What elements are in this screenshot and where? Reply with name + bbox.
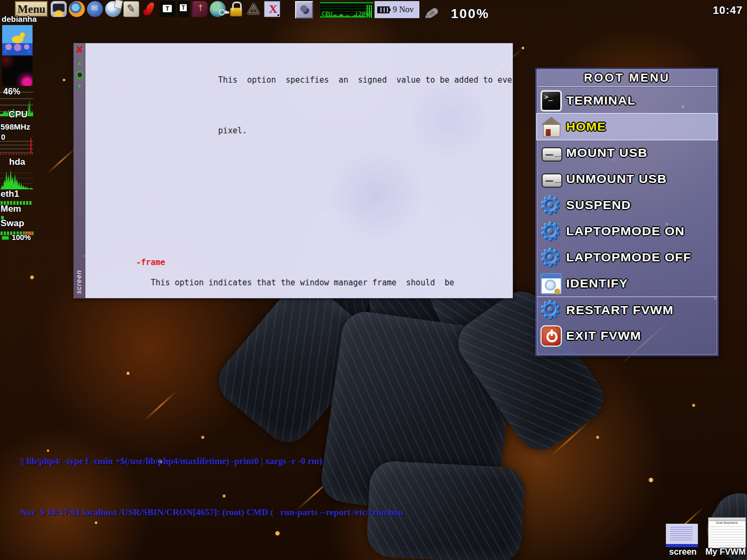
dock-shell-icon[interactable] — [51, 1, 67, 17]
thumbnail-title: Dual Elephants — [709, 521, 745, 524]
cpu-frequency: 598MHz — [1, 122, 30, 131]
thumbnail-body — [710, 526, 744, 546]
menu-item-label: TERMINAL — [566, 93, 636, 107]
dictionary-book-icon[interactable] — [192, 1, 208, 17]
terminal-text-segment: This option indicates that the window ma… — [136, 278, 454, 288]
pager-desktop-1[interactable] — [2, 25, 33, 55]
maximize-button[interactable]: ▲ — [74, 58, 85, 69]
close-button[interactable]: ✘ — [74, 45, 85, 56]
log-line: || lib/php4/ -type f -cmin +$(/usr/lib/p… — [2, 425, 445, 476]
editor-quill-icon[interactable] — [123, 1, 139, 17]
cpu-label: CPU — [9, 109, 28, 120]
battery-small-icon — [2, 236, 9, 240]
menu-item-mount-usb[interactable]: MOUNT USB — [537, 140, 717, 166]
volume-level: 100% — [451, 7, 489, 21]
swap-label: Swap — [1, 218, 24, 229]
menu-item-label: MOUNT USB — [566, 146, 648, 159]
menu-item-laptopmode-off[interactable]: LAPTOPMODE OFF — [537, 244, 717, 270]
menu-item-label: UNMOUNT USB — [566, 172, 667, 186]
terminal-row: -frame This option indicates that the wi… — [85, 207, 513, 298]
menu-item-label: LAPTOPMODE ON — [566, 224, 685, 238]
menu-item-home[interactable]: HOME — [537, 114, 717, 140]
temperature-graph — [0, 138, 33, 156]
iconify-button[interactable] — [74, 71, 85, 82]
terminal-row: This option specifies an signed value to… — [85, 45, 513, 95]
menu-item-restart-fvwm[interactable]: RESTART FVWM — [537, 297, 717, 323]
terminal-text-segment: -frame — [136, 258, 165, 268]
terminal-t-icon[interactable] — [160, 1, 176, 17]
web-globe-icon[interactable] — [105, 1, 121, 17]
desktop-pager — [2, 25, 33, 86]
menu-item-label: EXIT FVWM — [566, 329, 641, 342]
hda-activity-graph — [0, 167, 33, 189]
pager-desktop-2[interactable] — [2, 55, 33, 86]
menu-item-label: RESTART FVWM — [566, 303, 673, 317]
thunderbird-icon[interactable] — [87, 1, 103, 17]
window-title-vertical: screen — [75, 270, 83, 294]
taskbar-icon-row — [51, 1, 313, 19]
battery-icon — [377, 6, 390, 13]
power-icon — [541, 325, 562, 347]
terminal-text-segment: pixel. — [136, 126, 247, 136]
magnifier-icon — [541, 273, 562, 294]
iconified-screen-label: screen — [669, 547, 697, 557]
terminal-row — [85, 146, 513, 177]
gear-icon — [541, 195, 562, 216]
firefox-icon[interactable] — [69, 1, 85, 17]
iconified-fvwm-label: My FVWM — [705, 547, 746, 557]
padlock-key-icon[interactable] — [228, 1, 244, 17]
red-flame-app-icon[interactable] — [141, 1, 157, 17]
terminal-row: pixel. — [85, 95, 513, 146]
log-text-segment: || lib/php4/ -type f -cmin +$(/usr/lib/p… — [20, 456, 322, 466]
menu-item-unmount-usb[interactable]: UNMOUNT USB — [537, 166, 717, 192]
home-icon — [541, 116, 562, 138]
root-tail-log: || lib/php4/ -type f -cmin +$(/usr/lib/p… — [2, 425, 445, 560]
log-text-segment: Nov 9 10:17:01 localhost /USR/SBIN/CRON[… — [20, 507, 403, 517]
menu-item-identify[interactable]: IDENTIFY — [537, 270, 717, 297]
root-menu-title: ROOT MENU — [537, 69, 717, 86]
eth1-label: eth1 — [1, 189, 19, 199]
screen-terminal-window: ✘ ▲ ▼ screen This option specifies an si… — [73, 43, 513, 299]
root-menu: ROOT MENU TERMINAL HOME MOUNT USB UNMOUN… — [535, 68, 719, 356]
terminal-content[interactable]: This option specifies an signed value to… — [85, 43, 513, 298]
globe-key-icon[interactable] — [210, 1, 226, 17]
battery-date-applet[interactable]: 9 Nov — [375, 1, 419, 18]
usb-drive-icon — [541, 169, 562, 190]
battery-percent-label: 100% — [12, 233, 31, 242]
terminal-text-segment: This option specifies an signed value to… — [136, 75, 513, 85]
terminal-icon — [541, 90, 562, 111]
log-line: Nov 9 10:17:01 localhost /USR/SBIN/CRON[… — [2, 476, 445, 527]
iconified-fvwm-window[interactable]: Dual Elephants — [708, 517, 746, 548]
lower-button[interactable]: ▼ — [74, 82, 85, 92]
cpu-applet-label: CPU — [322, 11, 332, 18]
clock: 10:47 — [713, 4, 743, 17]
menu-item-suspend[interactable]: SUSPEND — [537, 192, 717, 218]
load-percent-label: 46% — [3, 87, 20, 97]
menu-item-label: SUSPEND — [566, 198, 631, 212]
mem-label: Mem — [1, 204, 21, 214]
x11-icon[interactable] — [264, 1, 280, 17]
cpu-monitor-applet[interactable]: CPU (20%) — [320, 2, 374, 18]
menu-item-label: IDENTIFY — [566, 276, 628, 290]
date-text: 9 Nov — [393, 5, 414, 14]
terminal-text-segment — [136, 237, 174, 247]
duck-wallpaper-thumbnail — [2, 25, 33, 55]
menu-item-terminal[interactable]: TERMINAL — [537, 87, 717, 114]
warning-triangle-icon[interactable] — [246, 1, 262, 17]
menu-item-laptopmode-on[interactable]: LAPTOPMODE ON — [537, 218, 717, 244]
terminal-row — [85, 177, 513, 207]
gear-icon — [541, 247, 562, 268]
hostname-label: debianha — [2, 14, 37, 23]
gear-icon — [541, 221, 562, 242]
gear-icon — [541, 299, 562, 321]
dockapp-icon[interactable] — [295, 1, 313, 19]
hda-label: hda — [9, 157, 25, 167]
window-titlebar-strip[interactable]: ✘ ▲ ▼ screen — [74, 43, 85, 298]
menu-item-exit-fvwm[interactable]: EXIT FVWM — [537, 323, 717, 349]
menu-item-label: HOME — [566, 119, 606, 133]
iconified-screen-window[interactable] — [666, 524, 698, 547]
cpu-applet-load: (20%) — [355, 11, 372, 18]
terminal-t-small-icon[interactable] — [178, 1, 189, 17]
root-menu-items: TERMINAL HOME MOUNT USB UNMOUNT USB SUSP… — [537, 87, 717, 349]
log-line: || rly) — [2, 528, 445, 560]
